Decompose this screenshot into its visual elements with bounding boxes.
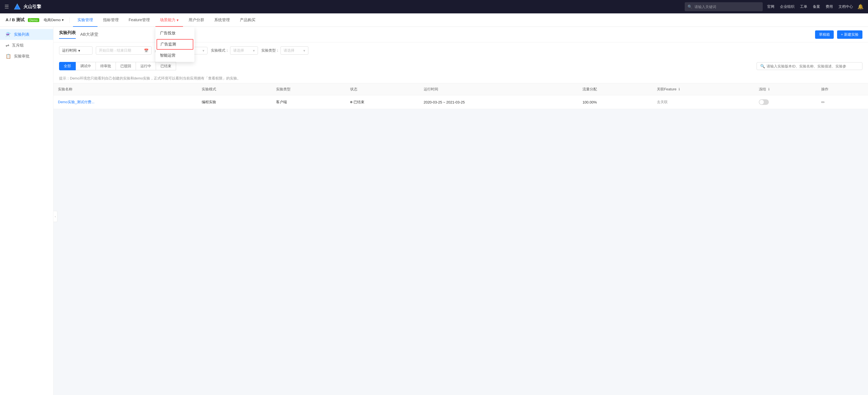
status-tab-ended[interactable]: 已结束 bbox=[156, 62, 176, 70]
sidebar-label-audit: 实验审批 bbox=[14, 54, 30, 59]
nav-item-system[interactable]: 系统管理 bbox=[210, 13, 234, 27]
nav-divider bbox=[69, 17, 70, 23]
dropdown-item-ad-monitor[interactable]: 广告监测 bbox=[157, 39, 193, 50]
ab-test-label: A / B 测试 bbox=[6, 17, 25, 23]
sidebar-item-audit[interactable]: 📋 实验审批 bbox=[0, 51, 53, 62]
frozen-toggle[interactable] bbox=[759, 99, 769, 105]
experiment-mode-container: 实验模式： 请选择 ▾ bbox=[211, 46, 258, 55]
calendar-icon: 📅 bbox=[144, 49, 149, 53]
nav-link-fee[interactable]: 费用 bbox=[826, 4, 833, 9]
sidebar-label-mutex-group: 互斥组 bbox=[12, 43, 24, 48]
experiment-mode-label: 实验模式： bbox=[211, 48, 229, 53]
status-tab-running[interactable]: 运行中 bbox=[136, 62, 156, 70]
sidebar-item-experiment-list[interactable]: ⚗️ 实验列表 bbox=[0, 29, 53, 40]
nav-link-ticket[interactable]: 工单 bbox=[800, 4, 807, 9]
demo-selector[interactable]: 电商Demo ▾ bbox=[41, 17, 66, 24]
runtime-label: 运行时间 bbox=[62, 48, 76, 53]
sidebar-item-mutex-group[interactable]: ⇌ 互斥组 bbox=[0, 40, 53, 51]
hint-text: 提示：Demo环境您只能看到自己创建的实验和demo实验，正式环境可以看到当前应… bbox=[59, 76, 241, 80]
bell-icon[interactable]: 🔔 bbox=[858, 4, 864, 10]
action-edit-icon[interactable]: ✏ bbox=[821, 100, 825, 105]
hint-bar: 提示：Demo环境您只能看到自己创建的实验和demo实验，正式环境可以看到当前应… bbox=[54, 74, 868, 83]
experiment-mode-selector[interactable]: 请选择 ▾ bbox=[230, 46, 258, 55]
layout: ⚗️ 实验列表 ⇌ 互斥组 📋 实验审批 ‹ 实验列表 AB大讲堂 草稿箱 + … bbox=[0, 27, 868, 395]
menu-icon[interactable]: ☰ bbox=[4, 4, 9, 10]
table-header-row: 实验名称 实验模式 实验类型 状态 运行时间 bbox=[54, 83, 868, 95]
experiment-table: 实验名称 实验模式 实验类型 状态 运行时间 bbox=[54, 83, 868, 109]
experiment-type-selector[interactable]: 请选择 ▾ bbox=[280, 46, 308, 55]
sidebar-collapse-btn[interactable]: ‹ bbox=[54, 211, 57, 222]
end-date-placeholder: 结束日期 bbox=[117, 48, 131, 53]
experiment-mode-placeholder: 请选择 bbox=[233, 48, 251, 53]
date-separator: - bbox=[115, 49, 116, 53]
demo-badge: Demo bbox=[28, 18, 39, 22]
demo-name: 电商Demo bbox=[44, 18, 61, 23]
col-traffic: 流量分配 bbox=[578, 83, 652, 95]
col-frozen: 冻结 ℹ bbox=[754, 83, 817, 95]
cell-traffic: 100.00% bbox=[578, 95, 652, 109]
runtime-filter[interactable]: 运行时间 ▾ bbox=[59, 46, 92, 55]
cell-type: 客户端 bbox=[272, 95, 346, 109]
cell-feature: 去关联 bbox=[652, 95, 754, 109]
nav-item-feature[interactable]: Feature管理 bbox=[124, 13, 154, 27]
search-icon: 🔍 bbox=[687, 4, 692, 9]
status-tab-rejected[interactable]: 已驳回 bbox=[116, 62, 136, 70]
chevron-down-icon-mode: ▾ bbox=[253, 49, 255, 53]
cell-frozen bbox=[754, 95, 817, 109]
cell-action: ✏ bbox=[817, 95, 868, 109]
tab-ab-class[interactable]: AB大讲堂 bbox=[80, 32, 98, 37]
create-experiment-btn[interactable]: + 新建实验 bbox=[837, 30, 862, 39]
nav-item-buy[interactable]: 产品购买 bbox=[236, 13, 260, 27]
experiment-name-link[interactable]: Demo实验_测试付费... bbox=[58, 100, 94, 104]
cell-status: 已结束 bbox=[346, 95, 419, 109]
experiment-type-container: 实验类型： 请选择 ▾ bbox=[261, 46, 308, 55]
search-input[interactable] bbox=[694, 5, 760, 9]
nav-item-scene[interactable]: 场景能力 ▾ 广告投放 广告监测 智能运营 bbox=[155, 13, 183, 27]
cell-name: Demo实验_测试付费... bbox=[54, 95, 197, 109]
col-type: 实验类型 bbox=[272, 83, 346, 95]
date-range-filter[interactable]: 开始日期 - 结束日期 📅 bbox=[96, 46, 152, 55]
dropdown-item-ad-delivery[interactable]: 广告投放 bbox=[155, 28, 194, 38]
nav-item-users[interactable]: 用户分群 bbox=[184, 13, 209, 27]
nav-item-experiment[interactable]: 实验管理 bbox=[73, 13, 97, 27]
frozen-info-icon[interactable]: ℹ bbox=[768, 87, 770, 91]
col-name: 实验名称 bbox=[54, 83, 197, 95]
chevron-down-icon-metrics: ▾ bbox=[203, 49, 205, 53]
nav-link-record[interactable]: 备案 bbox=[813, 4, 820, 9]
col-action: 操作 bbox=[817, 83, 868, 95]
logo-text: 火山引擎 bbox=[23, 4, 41, 10]
status-tab-all[interactable]: 全部 bbox=[59, 62, 76, 70]
cell-runtime: 2020-03-25 ~ 2021-03-25 bbox=[419, 95, 578, 109]
nav-link-org[interactable]: 企业组织 bbox=[780, 4, 795, 9]
draft-btn[interactable]: 草稿箱 bbox=[815, 30, 834, 39]
cell-mode: 编程实验 bbox=[197, 95, 272, 109]
chevron-down-icon: ▾ bbox=[62, 18, 64, 22]
col-status: 状态 bbox=[346, 83, 419, 95]
status-badge: 已结束 bbox=[350, 100, 364, 105]
global-search[interactable]: 🔍 bbox=[685, 2, 763, 11]
experiment-search[interactable]: 🔍 bbox=[756, 62, 862, 70]
experiment-type-label: 实验类型： bbox=[261, 48, 279, 53]
tab-experiment-list[interactable]: 实验列表 bbox=[59, 30, 76, 39]
chevron-down-icon-type: ▾ bbox=[303, 49, 305, 53]
top-nav: ☰ 火山引擎 🔍 官网 企业组织 工单 备案 费用 文档中心 🔔 bbox=[0, 0, 868, 13]
dropdown-item-smart-ops[interactable]: 智能运营 bbox=[155, 50, 194, 61]
experiment-list-icon: ⚗️ bbox=[6, 32, 11, 37]
nav-item-metrics[interactable]: 指标管理 bbox=[99, 13, 123, 27]
nav-link-docs[interactable]: 文档中心 bbox=[838, 4, 853, 9]
col-feature: 关联Feature ℹ bbox=[652, 83, 754, 95]
unlink-button[interactable]: 去关联 bbox=[657, 100, 668, 104]
status-tab-pending[interactable]: 待审批 bbox=[96, 62, 116, 70]
nav-link-official[interactable]: 官网 bbox=[767, 4, 774, 9]
col-mode: 实验模式 bbox=[197, 83, 272, 95]
status-dot-ended bbox=[350, 101, 352, 103]
feature-info-icon[interactable]: ℹ bbox=[679, 87, 680, 91]
secondary-nav: A / B 测试 Demo 电商Demo ▾ 实验管理 指标管理 Feature… bbox=[0, 13, 868, 27]
chevron-down-icon-scene: ▾ bbox=[177, 18, 179, 22]
status-tab-debugging[interactable]: 调试中 bbox=[76, 62, 96, 70]
nav-links: 官网 企业组织 工单 备案 费用 文档中心 bbox=[767, 4, 853, 9]
experiment-search-input[interactable] bbox=[767, 64, 859, 68]
sidebar: ⚗️ 实验列表 ⇌ 互斥组 📋 实验审批 ‹ bbox=[0, 27, 54, 395]
experiment-type-placeholder: 请选择 bbox=[284, 48, 302, 53]
chevron-down-icon-runtime: ▾ bbox=[78, 49, 80, 53]
